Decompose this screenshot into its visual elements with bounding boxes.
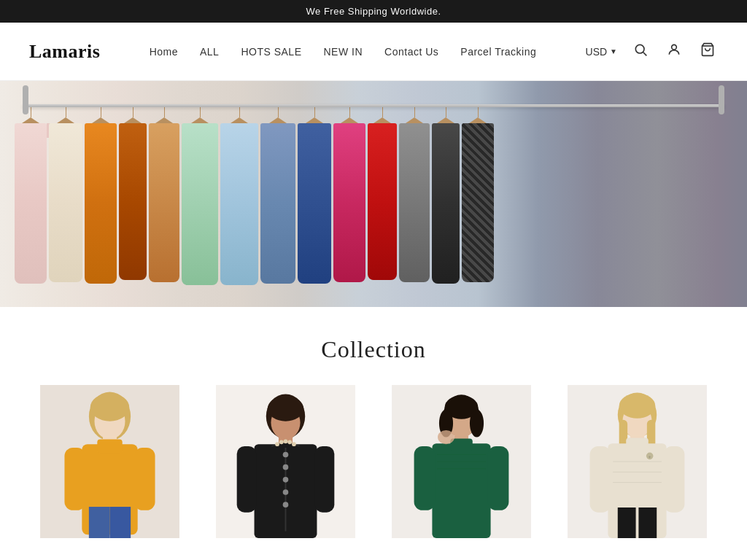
svg-point-26 bbox=[283, 502, 289, 508]
cart-button[interactable] bbox=[697, 39, 718, 63]
product-grid: ✦ bbox=[29, 385, 718, 538]
main-nav: Home ALL HOTS SALE NEW IN Contact Us Par… bbox=[150, 46, 537, 58]
svg-rect-46 bbox=[414, 446, 436, 510]
svg-rect-47 bbox=[488, 446, 509, 510]
product-image-1 bbox=[29, 385, 190, 538]
svg-rect-28 bbox=[315, 446, 335, 513]
cloth-11 bbox=[368, 107, 397, 280]
svg-point-24 bbox=[283, 477, 289, 483]
svg-point-33 bbox=[292, 442, 296, 446]
product-card-4[interactable]: ✦ bbox=[557, 385, 718, 538]
cloth-3 bbox=[85, 107, 117, 284]
svg-point-22 bbox=[283, 452, 289, 458]
announcement-bar: We Free Shipping Worldwide. bbox=[0, 0, 747, 23]
svg-rect-64 bbox=[664, 446, 685, 513]
account-button[interactable] bbox=[664, 39, 684, 63]
cloth-9 bbox=[298, 107, 331, 284]
nav-contact-us[interactable]: Contact Us bbox=[384, 46, 438, 58]
header: Lamaris Home ALL HOTS SALE NEW IN Contac… bbox=[0, 23, 747, 81]
rack-rod bbox=[23, 104, 725, 107]
svg-point-52 bbox=[619, 393, 656, 418]
svg-rect-66 bbox=[638, 508, 657, 538]
nav-hots-sale[interactable]: HOTS SALE bbox=[241, 46, 301, 58]
svg-rect-42 bbox=[450, 439, 473, 451]
rack-support-right bbox=[719, 85, 724, 114]
cloth-4 bbox=[119, 107, 147, 280]
product-card-2[interactable] bbox=[205, 385, 366, 538]
clothing-items bbox=[15, 107, 747, 285]
cloth-1 bbox=[15, 107, 47, 284]
collection-title: Collection bbox=[29, 336, 718, 363]
nav-actions: USD ▼ bbox=[586, 39, 718, 63]
nav-new-in[interactable]: NEW IN bbox=[324, 46, 363, 58]
cloth-14 bbox=[462, 107, 494, 282]
clothes-rack bbox=[0, 81, 747, 307]
currency-chevron: ▼ bbox=[610, 47, 617, 55]
product-image-3 bbox=[381, 385, 542, 538]
search-icon bbox=[633, 42, 648, 61]
currency-label: USD bbox=[586, 46, 608, 58]
cloth-12 bbox=[399, 107, 430, 282]
svg-rect-14 bbox=[110, 507, 131, 538]
svg-point-39 bbox=[470, 409, 484, 437]
nav-parcel-tracking[interactable]: Parcel Tracking bbox=[460, 46, 536, 58]
product-image-4: ✦ bbox=[557, 385, 718, 538]
svg-text:✦: ✦ bbox=[648, 455, 651, 459]
svg-rect-27 bbox=[237, 446, 257, 513]
cloth-6 bbox=[182, 107, 218, 285]
account-icon bbox=[667, 42, 681, 61]
svg-rect-12 bbox=[134, 448, 155, 510]
cloth-10 bbox=[333, 107, 365, 282]
svg-rect-13 bbox=[89, 507, 110, 538]
svg-line-1 bbox=[643, 52, 647, 56]
announcement-text: We Free Shipping Worldwide. bbox=[306, 6, 441, 17]
svg-rect-11 bbox=[64, 448, 85, 510]
currency-selector[interactable]: USD ▼ bbox=[586, 46, 617, 58]
product-card-1[interactable] bbox=[29, 385, 190, 538]
cloth-8 bbox=[260, 107, 295, 284]
svg-point-2 bbox=[672, 44, 677, 50]
collection-section: Collection bbox=[0, 307, 747, 553]
cart-icon bbox=[700, 42, 715, 61]
svg-point-18 bbox=[268, 396, 304, 421]
svg-point-7 bbox=[90, 393, 129, 421]
svg-rect-57 bbox=[626, 438, 649, 451]
nav-all[interactable]: ALL bbox=[200, 46, 219, 58]
svg-point-30 bbox=[279, 440, 284, 444]
svg-point-32 bbox=[287, 440, 292, 444]
cloth-7 bbox=[220, 107, 258, 285]
svg-point-25 bbox=[283, 489, 289, 495]
rack-support-left bbox=[23, 85, 28, 114]
cloth-13 bbox=[432, 107, 460, 284]
product-image-2 bbox=[205, 385, 366, 538]
svg-rect-10 bbox=[97, 439, 122, 453]
svg-point-0 bbox=[635, 44, 644, 53]
svg-rect-56 bbox=[608, 443, 666, 538]
cloth-5 bbox=[149, 107, 179, 282]
svg-point-31 bbox=[284, 439, 288, 443]
svg-point-48 bbox=[438, 430, 454, 444]
nav-home[interactable]: Home bbox=[150, 46, 178, 58]
hero-banner bbox=[0, 81, 747, 307]
product-card-3[interactable] bbox=[381, 385, 542, 538]
logo[interactable]: Lamaris bbox=[29, 41, 100, 63]
search-button[interactable] bbox=[630, 39, 651, 63]
svg-rect-63 bbox=[590, 446, 611, 513]
svg-rect-65 bbox=[618, 508, 636, 538]
cloth-2 bbox=[49, 107, 82, 282]
svg-point-23 bbox=[283, 464, 289, 470]
svg-point-29 bbox=[275, 442, 279, 446]
svg-rect-41 bbox=[432, 443, 490, 538]
